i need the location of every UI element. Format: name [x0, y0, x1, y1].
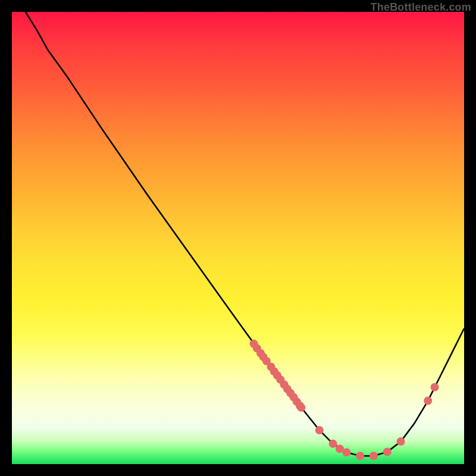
chart-stage: TheBottleneck.com — [0, 0, 476, 476]
scatter-point — [329, 440, 337, 448]
scatter-point — [424, 397, 432, 405]
scatter-point — [342, 448, 350, 456]
scatter-point — [315, 426, 324, 434]
plot-area — [12, 12, 464, 464]
scatter-point — [397, 437, 405, 446]
scatter-point — [431, 383, 439, 392]
scatter-point — [369, 452, 378, 460]
scatter-point — [297, 403, 305, 412]
scatter-points — [250, 340, 439, 461]
scatter-point — [356, 452, 364, 460]
bottleneck-curve — [26, 12, 464, 456]
chart-svg — [12, 12, 464, 464]
scatter-point — [383, 448, 392, 456]
